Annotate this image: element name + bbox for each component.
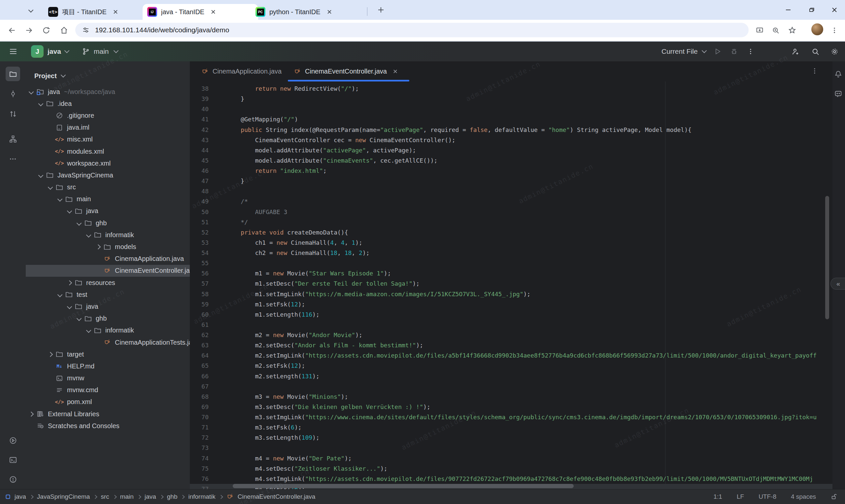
site-settings-icon[interactable] xyxy=(82,26,90,34)
tree-item--idea[interactable]: .idea xyxy=(26,97,190,109)
breadcrumb-item[interactable]: java xyxy=(145,493,156,500)
tree-item-cinemaapplicationtests-java[interactable]: CinemaApplicationTests.java xyxy=(26,337,190,348)
file-encoding[interactable]: UTF-8 xyxy=(758,493,776,500)
project-panel-header[interactable]: Project xyxy=(34,69,65,83)
breadcrumb-item[interactable]: java xyxy=(15,493,26,500)
tree-chevron-icon[interactable] xyxy=(36,102,45,106)
more-actions-icon[interactable] xyxy=(743,41,758,61)
tree-chevron-icon[interactable] xyxy=(65,305,74,308)
tree-item-src[interactable]: src xyxy=(26,181,190,193)
vertical-scrollbar[interactable] xyxy=(825,196,829,319)
readonly-lock-icon[interactable] xyxy=(830,493,838,500)
tree-item-ghb[interactable]: ghb xyxy=(26,217,190,229)
horizontal-scrollbar[interactable] xyxy=(233,484,574,488)
main-menu-icon[interactable] xyxy=(5,41,22,61)
tree-chevron-icon[interactable] xyxy=(74,221,84,225)
close-tab-icon[interactable] xyxy=(110,7,121,17)
indent-style[interactable]: 4 spaces xyxy=(791,493,816,500)
services-tool-icon[interactable] xyxy=(6,433,20,448)
tree-item-cinemaeventcontroller-java[interactable]: CinemaEventController.java xyxy=(26,265,190,277)
tree-item-java-iml[interactable]: java.iml xyxy=(26,122,190,133)
tree-chevron-icon[interactable] xyxy=(55,197,64,201)
browser-tab-java[interactable]: IJ java - TitanIDE xyxy=(143,4,258,20)
tab-search-icon[interactable] xyxy=(29,7,33,13)
breadcrumb[interactable]: javaJavaSpringCinemasrcmainjavaghbinform… xyxy=(0,493,714,500)
tree-item-informatik[interactable]: informatik xyxy=(26,229,190,241)
tree-chevron-icon[interactable] xyxy=(46,185,55,189)
url-text[interactable]: 192.168.101.144/ide/web/coding/java/demo xyxy=(95,26,229,34)
project-tool-icon[interactable] xyxy=(6,67,20,81)
tree-item-models[interactable]: models xyxy=(26,241,190,253)
forward-icon[interactable] xyxy=(22,24,36,37)
reload-icon[interactable] xyxy=(40,24,53,37)
install-app-icon[interactable] xyxy=(753,24,766,37)
project-selector[interactable]: java xyxy=(48,41,69,61)
tree-item-target[interactable]: target xyxy=(26,348,190,360)
close-tab-icon[interactable] xyxy=(208,7,218,17)
editor-options-icon[interactable] xyxy=(811,67,818,74)
window-close-icon[interactable] xyxy=(828,5,841,15)
editor-tab[interactable]: CinemaApplication.java xyxy=(195,61,287,82)
branch-selector[interactable]: main xyxy=(82,41,118,61)
breadcrumb-item[interactable]: ghb xyxy=(167,493,178,500)
tree-chevron-icon[interactable] xyxy=(65,281,74,285)
pull-requests-tool-icon[interactable] xyxy=(6,107,20,121)
tree-chevron-icon[interactable] xyxy=(65,209,74,213)
tree-chevron-icon[interactable] xyxy=(84,328,93,332)
tree-item-test[interactable]: test xyxy=(26,289,190,301)
tree-item-pom-xml[interactable]: </>pom.xml xyxy=(26,396,190,408)
close-tab-icon[interactable] xyxy=(324,7,334,17)
zoom-icon[interactable] xyxy=(769,24,782,37)
caret-position[interactable]: 1:1 xyxy=(714,493,722,500)
tree-item-java[interactable]: java xyxy=(26,205,190,217)
hidden-tool-windows-icon[interactable]: « xyxy=(830,278,845,290)
bookmark-star-icon[interactable] xyxy=(786,24,799,37)
tree-item-resources[interactable]: resources xyxy=(26,277,190,289)
browser-tab-python[interactable]: PC python - TitanIDE xyxy=(251,4,369,20)
tree-item-mvnw-cmd[interactable]: mvnw.cmd xyxy=(26,384,190,396)
line-separator[interactable]: LF xyxy=(737,493,744,500)
problems-tool-icon[interactable] xyxy=(6,472,20,487)
structure-tool-icon[interactable] xyxy=(6,132,20,146)
tree-chevron-icon[interactable] xyxy=(27,90,36,94)
back-icon[interactable] xyxy=(5,24,18,37)
tree-item-workspace-xml[interactable]: </>workspace.xml xyxy=(26,157,190,169)
tree-item-cinemaapplication-java[interactable]: CinemaApplication.java xyxy=(26,253,190,265)
tree-item-mvnw[interactable]: mvnw xyxy=(26,372,190,384)
tree-item-external-libraries[interactable]: External Libraries xyxy=(26,408,190,420)
new-tab-icon[interactable] xyxy=(374,5,388,15)
more-tool-windows-icon[interactable] xyxy=(6,152,20,166)
home-icon[interactable] xyxy=(57,24,71,37)
tree-chevron-icon[interactable] xyxy=(93,245,103,249)
tree-item-java[interactable]: java~/workspace/java xyxy=(26,86,190,97)
breadcrumb-item[interactable]: informatik xyxy=(188,493,215,500)
browser-tab-project[interactable]: <t> 项目 - TitanIDE xyxy=(43,4,151,20)
breadcrumb-item[interactable]: src xyxy=(101,493,109,500)
tree-item-java[interactable]: java xyxy=(26,301,190,312)
tree-item-javaspringcinema[interactable]: JavaSpringCinema xyxy=(26,169,190,181)
tree-item-main[interactable]: main xyxy=(26,193,190,205)
tree-chevron-icon[interactable] xyxy=(27,412,36,416)
ai-assistant-icon[interactable] xyxy=(831,87,845,100)
tree-item-ghb[interactable]: ghb xyxy=(26,313,190,325)
close-editor-tab-icon[interactable] xyxy=(393,69,398,74)
address-bar[interactable]: 192.168.101.144/ide/web/coding/java/demo xyxy=(75,23,749,37)
terminal-tool-icon[interactable] xyxy=(6,452,20,467)
tree-item-help-md[interactable]: M↓HELP.md xyxy=(26,360,190,372)
settings-gear-icon[interactable] xyxy=(827,41,842,61)
window-maximize-icon[interactable] xyxy=(805,5,818,15)
tree-item-informatik[interactable]: informatik xyxy=(26,325,190,337)
editor-tab-active[interactable]: CinemaEventController.java xyxy=(288,61,404,82)
tree-item--gitignore[interactable]: .gitignore xyxy=(26,109,190,121)
tree-chevron-icon[interactable] xyxy=(74,317,84,320)
tree-item-scratches-and-consoles[interactable]: Scratches and Consoles xyxy=(26,420,190,432)
code-with-me-icon[interactable] xyxy=(788,41,803,61)
project-avatar[interactable]: J xyxy=(31,45,43,58)
window-minimize-icon[interactable] xyxy=(781,5,795,15)
tree-chevron-icon[interactable] xyxy=(46,353,55,356)
profile-avatar[interactable] xyxy=(811,23,823,35)
breadcrumb-item[interactable]: CinemaEventController.java xyxy=(237,493,316,500)
breadcrumb-item[interactable]: main xyxy=(120,493,134,500)
notifications-bell-icon[interactable] xyxy=(831,67,845,80)
tree-item-modules-xml[interactable]: </>modules.xml xyxy=(26,145,190,157)
